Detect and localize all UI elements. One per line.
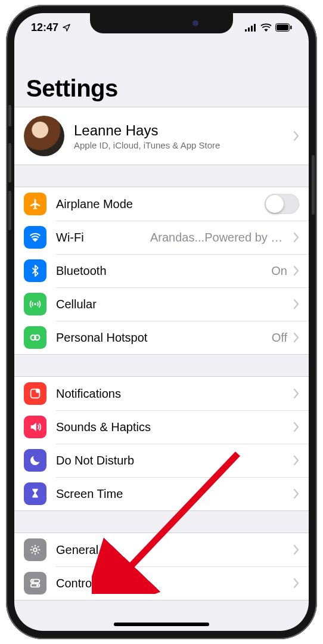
- svg-point-14: [32, 580, 35, 583]
- chevron-right-icon: [293, 422, 299, 432]
- dnd-row[interactable]: Do Not Disturb: [14, 444, 309, 477]
- account-subtitle: Apple ID, iCloud, iTunes & App Store: [74, 140, 287, 150]
- volume-down-button: [8, 191, 11, 230]
- avatar: [24, 116, 64, 156]
- battery-icon: [275, 23, 292, 32]
- page-header: Settings: [14, 42, 309, 107]
- hourglass-icon: [24, 482, 46, 505]
- chevron-right-icon: [293, 578, 299, 588]
- dnd-label: Do Not Disturb: [56, 454, 287, 467]
- home-indicator[interactable]: [114, 623, 209, 626]
- connectivity-group: Airplane Mode Wi-Fi Arandas...Powered by…: [14, 187, 309, 355]
- cellular-row[interactable]: Cellular: [14, 287, 309, 321]
- alerts-group: Notifications Sounds & Haptics Do Not Di…: [14, 376, 309, 511]
- screentime-row[interactable]: Screen Time: [14, 477, 309, 510]
- svg-rect-0: [245, 29, 247, 32]
- wifi-icon: [260, 23, 272, 32]
- chevron-right-icon: [293, 489, 299, 499]
- apple-id-row[interactable]: Leanne Hays Apple ID, iCloud, iTunes & A…: [14, 107, 309, 165]
- svg-rect-6: [290, 26, 292, 29]
- svg-rect-5: [277, 24, 288, 30]
- control-center-label: Control Center: [56, 577, 287, 590]
- hotspot-icon: [24, 326, 46, 349]
- side-button: [312, 155, 315, 215]
- hotspot-value: Off: [272, 331, 287, 345]
- control-center-icon: [24, 572, 46, 595]
- chevron-right-icon: [293, 545, 299, 555]
- phone-frame: 12:47 Settings: [6, 5, 317, 639]
- wifi-value: Arandas...Powered by Natel: [150, 231, 287, 244]
- notifications-icon: [24, 382, 46, 405]
- chevron-right-icon: [293, 266, 299, 275]
- svg-point-11: [36, 389, 40, 393]
- bluetooth-label: Bluetooth: [56, 264, 266, 278]
- screentime-label: Screen Time: [56, 487, 287, 501]
- moon-icon: [24, 449, 46, 472]
- cellular-label: Cellular: [56, 298, 287, 311]
- bluetooth-icon: [24, 259, 46, 282]
- account-labels: Leanne Hays Apple ID, iCloud, iTunes & A…: [74, 122, 287, 150]
- svg-rect-1: [248, 27, 250, 32]
- svg-point-16: [36, 584, 39, 587]
- sounds-row[interactable]: Sounds & Haptics: [14, 410, 309, 444]
- svg-point-12: [33, 548, 37, 552]
- general-group: General Control Center: [14, 532, 309, 600]
- hotspot-label: Personal Hotspot: [56, 331, 267, 345]
- notch: [90, 13, 233, 33]
- wifi-row[interactable]: Wi-Fi Arandas...Powered by Natel: [14, 221, 309, 254]
- mute-switch: [8, 105, 11, 126]
- account-group: Leanne Hays Apple ID, iCloud, iTunes & A…: [14, 107, 309, 165]
- volume-up-button: [8, 143, 11, 182]
- screen: 12:47 Settings: [14, 13, 309, 631]
- chevron-right-icon: [293, 333, 299, 342]
- location-icon: [62, 23, 71, 32]
- account-name: Leanne Hays: [74, 122, 287, 139]
- sounds-label: Sounds & Haptics: [56, 420, 287, 434]
- chevron-right-icon: [293, 389, 299, 398]
- chevron-right-icon: [293, 233, 299, 242]
- notifications-label: Notifications: [56, 387, 287, 401]
- cellular-signal-icon: [245, 24, 257, 32]
- chevron-right-icon: [293, 456, 299, 465]
- airplane-icon: [24, 193, 46, 215]
- wifi-label: Wi-Fi: [56, 231, 145, 244]
- gear-icon: [24, 538, 46, 561]
- airplane-mode-row[interactable]: Airplane Mode: [14, 187, 309, 221]
- svg-rect-3: [254, 24, 256, 32]
- notifications-row[interactable]: Notifications: [14, 377, 309, 410]
- bluetooth-row[interactable]: Bluetooth On: [14, 254, 309, 287]
- airplane-label: Airplane Mode: [56, 197, 260, 211]
- airplane-toggle[interactable]: [265, 194, 299, 214]
- svg-rect-2: [251, 26, 253, 32]
- status-time: 12:47: [31, 21, 58, 34]
- cellular-icon: [24, 293, 46, 315]
- svg-point-7: [34, 303, 36, 305]
- control-center-row[interactable]: Control Center: [14, 566, 309, 600]
- sounds-icon: [24, 416, 46, 438]
- general-row[interactable]: General: [14, 533, 309, 566]
- wifi-settings-icon: [24, 226, 46, 249]
- bluetooth-value: On: [271, 264, 287, 278]
- page-title: Settings: [26, 75, 297, 102]
- chevron-right-icon: [293, 299, 299, 309]
- general-label: General: [56, 543, 287, 557]
- chevron-right-icon: [293, 131, 299, 141]
- hotspot-row[interactable]: Personal Hotspot Off: [14, 321, 309, 354]
